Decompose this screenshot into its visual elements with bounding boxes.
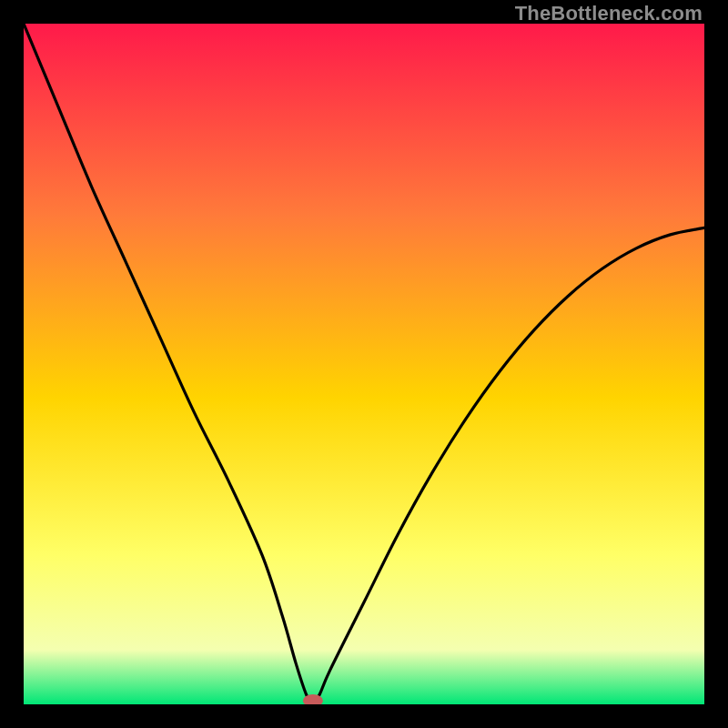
chart-frame: TheBottleneck.com	[0, 0, 728, 728]
bottleneck-chart-svg	[24, 24, 704, 704]
plot-area	[24, 24, 704, 704]
watermark-text: TheBottleneck.com	[515, 2, 703, 25]
